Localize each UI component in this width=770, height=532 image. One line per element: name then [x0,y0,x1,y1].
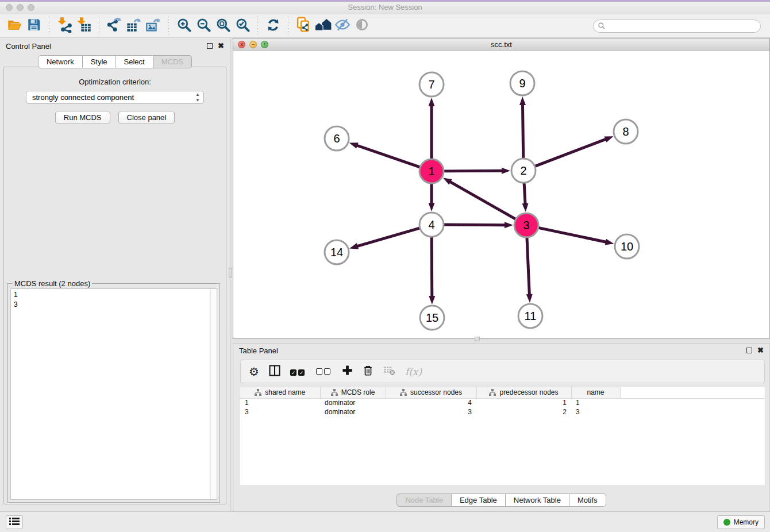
table-cell[interactable]: dominator [320,398,386,407]
memory-label: Memory [734,518,759,526]
memory-button[interactable]: Memory [717,515,765,529]
clone-network-button[interactable] [294,17,313,35]
run-mcds-button[interactable]: Run MCDS [55,111,110,124]
hide-panels-button[interactable] [333,17,352,35]
graph-node-9[interactable]: 9 [510,71,534,95]
search-input[interactable] [593,20,761,33]
function-builder-button[interactable]: f(x) [405,366,422,377]
control-panel-close-icon[interactable]: ✖ [218,43,224,49]
graph-edge[interactable] [527,237,530,295]
column-header-name[interactable]: name [571,387,620,398]
export-table-button[interactable] [124,17,144,35]
table-cell[interactable]: 1 [571,398,620,407]
mcds-result-text[interactable]: 1 3 [10,288,217,500]
delete-table-button[interactable] [383,365,395,378]
network-canvas[interactable]: 7968124314101511 [233,51,769,338]
graph-edge-arrowhead [502,168,510,174]
column-header-successor-nodes[interactable]: successor nodes [386,387,476,398]
import-table-button[interactable] [74,17,94,35]
deselect-all-columns-button[interactable] [316,367,332,377]
graph-node-label: 1 [428,165,434,178]
graph-edge-arrowhead [526,294,533,303]
zoom-fit-button[interactable] [213,17,233,35]
import-network-button[interactable] [55,17,74,35]
split-pane-handle[interactable] [475,337,480,341]
table-cell[interactable]: 4 [386,398,476,407]
graph-edge[interactable] [432,236,432,297]
graph-node-6[interactable]: 6 [325,126,349,151]
tab-select[interactable]: Select [116,55,153,68]
table-panel-title: Table Panel [239,346,278,355]
add-column-button[interactable] [342,365,353,378]
close-panel-button[interactable]: Close panel [118,111,175,124]
task-history-button[interactable] [6,515,23,529]
tab-style[interactable]: Style [83,55,116,68]
table-cell[interactable]: 3 [386,407,476,417]
table-toolbar: ⚙ ✓✓ f(x) [240,360,765,383]
graph-node-2[interactable]: 2 [511,159,536,183]
hierarchy-icon [255,389,261,396]
save-session-button[interactable] [24,17,44,35]
graph-node-4[interactable]: 4 [419,213,444,237]
table-panel-float-icon[interactable] [746,348,752,353]
zoom-out-button[interactable] [194,17,213,35]
graph-node-3[interactable]: 3 [514,213,538,237]
graph-edge[interactable] [357,228,421,246]
home-button[interactable] [313,17,333,35]
select-all-columns-button[interactable]: ✓✓ [290,367,306,377]
show-panels-button[interactable] [352,17,372,35]
table-cell[interactable]: 3 [240,407,320,417]
graph-node-label: 9 [519,77,525,90]
header-filler [620,387,765,398]
graph-node-14[interactable]: 14 [325,240,349,264]
export-network-button[interactable] [105,17,124,35]
zoom-selected-button[interactable] [233,17,252,35]
tab-mcds[interactable]: MCDS [153,55,192,68]
zoom-fit-icon [215,17,231,35]
graph-edge[interactable] [522,104,523,159]
graph-node-8[interactable]: 8 [614,119,638,144]
export-image-button[interactable] [144,17,163,35]
table-row[interactable]: 3dominator323 [240,407,765,417]
table-cell[interactable]: 3 [571,407,620,417]
graph-node-1[interactable]: 1 [419,159,444,183]
graph-node-15[interactable]: 15 [420,306,444,330]
delete-column-button[interactable] [363,365,374,379]
unchecked-boxes-icon [316,367,332,377]
tab-node-table[interactable]: Node Table [396,494,452,507]
table-cell[interactable]: 1 [476,398,571,407]
table-panel-close-icon[interactable]: ✖ [757,348,764,353]
tab-edge-table[interactable]: Edge Table [452,494,506,507]
open-session-button[interactable] [5,17,24,35]
column-header-shared-name[interactable]: shared name [240,387,320,398]
column-header-mcds-role[interactable]: MCDS role [320,387,386,398]
zoom-in-button[interactable] [174,17,194,35]
graph-node-11[interactable]: 11 [518,304,542,328]
control-panel-float-icon[interactable] [207,43,213,49]
graph-node-10[interactable]: 10 [615,234,639,259]
graph-edge[interactable] [443,225,506,225]
table-row[interactable]: 1dominator411 [240,398,765,407]
graph-edge[interactable] [356,145,421,168]
table-cell[interactable]: dominator [320,407,386,417]
optimization-criterion-select[interactable]: strongly connected component ▲▼ [26,91,204,104]
network-window-titlebar[interactable]: x – + scc.txt [233,38,769,51]
table-settings-button[interactable]: ⚙ [249,365,259,379]
search-container [593,20,761,33]
graph-edge[interactable] [443,171,503,171]
graph-edge[interactable] [538,228,607,242]
column-header-predecessor-nodes[interactable]: predecessor nodes [476,387,571,398]
result-scrollbar[interactable] [210,289,217,499]
table-cell[interactable]: 1 [240,398,320,407]
graph-edge[interactable] [524,182,525,205]
panel-divider-handle[interactable] [229,268,232,277]
tab-motifs[interactable]: Motifs [569,494,606,507]
graph-edge[interactable] [449,182,516,219]
table-cell[interactable]: 2 [476,407,571,417]
graph-node-7[interactable]: 7 [419,72,444,97]
graph-edge[interactable] [534,139,607,167]
refresh-layout-button[interactable] [263,17,283,35]
tab-network-table[interactable]: Network Table [506,494,569,507]
show-columns-button[interactable] [269,365,280,379]
tab-network[interactable]: Network [38,55,83,68]
